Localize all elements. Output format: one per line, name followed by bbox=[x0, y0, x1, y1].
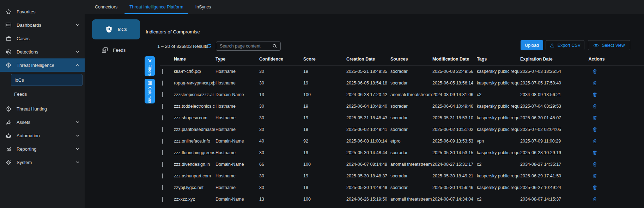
table-row[interactable]: zzz.onlineface.info Domain-Name 40 92 20… bbox=[160, 135, 644, 147]
table-row[interactable]: zzz.plantbasedmaste Hostname 30 19 2025-… bbox=[160, 124, 644, 135]
cell-creation-date: 2024-06-28 17:20:42 bbox=[346, 92, 390, 97]
row-checkbox[interactable] bbox=[162, 162, 163, 167]
row-checkbox[interactable] bbox=[162, 150, 163, 155]
sidebar-item-assets[interactable]: Assets bbox=[0, 115, 85, 129]
cell-sources: socradar bbox=[390, 127, 432, 132]
tab-insyncs[interactable]: InSyncs bbox=[189, 0, 217, 14]
cell-modification-date: 2025-06-05 18:56:14 bbox=[432, 81, 477, 86]
cell-expiration-date: 2025-07-03 18:26:54 bbox=[520, 69, 569, 74]
cell-modification-date: 2024-08-07 14:34:04 bbox=[432, 197, 477, 202]
filters-button[interactable]: Filters bbox=[145, 56, 155, 76]
row-checkbox[interactable] bbox=[162, 139, 163, 144]
delete-icon[interactable] bbox=[592, 115, 598, 121]
cell-tags: kaspersky public requ bbox=[477, 104, 520, 109]
sidebar-item-iocs[interactable]: IoCs bbox=[11, 74, 83, 86]
cell-score: 100 bbox=[303, 162, 346, 167]
row-checkbox[interactable] bbox=[162, 115, 163, 120]
subnav-iocs-button[interactable]: IoCs bbox=[92, 19, 140, 39]
delete-icon[interactable] bbox=[592, 196, 598, 202]
row-checkbox[interactable] bbox=[162, 174, 163, 178]
sidebar-item-feeds[interactable]: Feeds bbox=[11, 89, 83, 99]
sidebar-item-favorites[interactable]: Favorites bbox=[0, 5, 85, 18]
cell-score: 92 bbox=[303, 139, 346, 144]
column-header-modification-date: Modification Date bbox=[432, 57, 477, 62]
sidebar-item-threat-intelligence[interactable]: Threat Intelligence bbox=[0, 58, 85, 72]
delete-icon[interactable] bbox=[592, 184, 598, 191]
delete-icon[interactable] bbox=[592, 161, 598, 168]
cell-sources: socradar bbox=[390, 81, 432, 86]
chevron-down-icon bbox=[75, 23, 80, 27]
row-checkbox[interactable] bbox=[162, 127, 163, 132]
delete-icon[interactable] bbox=[592, 138, 598, 144]
table-row[interactable]: zzz.flourishinggreens Hostname 30 19 202… bbox=[160, 147, 644, 158]
cell-score: 19 bbox=[303, 115, 346, 120]
briefcase-icon bbox=[5, 35, 12, 42]
delete-icon[interactable] bbox=[592, 80, 598, 86]
cell-tags: kaspersky public requ bbox=[477, 81, 520, 86]
export-csv-button[interactable]: Export CSV bbox=[546, 40, 584, 50]
cell-sources: socradar bbox=[390, 104, 432, 109]
page-title: Indicators of Compromise bbox=[146, 29, 200, 34]
tab-threat-intelligence-platform[interactable]: Threat Intelligence Platform bbox=[123, 0, 189, 14]
row-checkbox[interactable] bbox=[162, 185, 163, 190]
sidebar-item-cases[interactable]: Cases bbox=[0, 32, 85, 45]
sidebar-item-detections[interactable]: Detections bbox=[0, 45, 85, 58]
network-icon bbox=[5, 119, 12, 126]
cell-confidence: 30 bbox=[259, 115, 303, 120]
row-checkbox[interactable] bbox=[162, 197, 163, 202]
cell-tags: c2 bbox=[477, 92, 520, 97]
cell-confidence: 30 bbox=[259, 185, 303, 190]
table-row[interactable]: zzz.ashunpart.com Hostname 30 19 2025-05… bbox=[160, 170, 644, 182]
table-row[interactable]: zzxxzz.xyz Domain-Name 13 100 2024-06-26… bbox=[160, 193, 644, 205]
columns-button[interactable]: Columns bbox=[145, 79, 155, 103]
select-view-button[interactable]: Select View bbox=[588, 40, 630, 50]
search-input[interactable] bbox=[219, 43, 270, 49]
sidebar-item-reporting[interactable]: Reporting bbox=[0, 142, 85, 156]
delete-icon[interactable] bbox=[592, 92, 598, 98]
sidebar-item-system[interactable]: System bbox=[0, 156, 85, 169]
chart-icon bbox=[5, 145, 12, 152]
delete-icon[interactable] bbox=[592, 173, 598, 179]
table-row[interactable]: zzz.divendesign.in Domain-Name 66 100 20… bbox=[160, 158, 644, 170]
table-row[interactable]: zzz.toddelectronics.c Hostname 30 19 202… bbox=[160, 100, 644, 112]
column-header-tags: Tags bbox=[477, 57, 520, 62]
table-row[interactable]: город-мичуринск.рф Hostname 30 19 2025-0… bbox=[160, 77, 644, 89]
chevron-down-icon bbox=[75, 147, 80, 151]
delete-icon[interactable] bbox=[592, 126, 598, 133]
delete-icon[interactable] bbox=[592, 103, 598, 109]
sidebar-item-threat-hunting[interactable]: Threat Hunting bbox=[0, 102, 85, 115]
table-row[interactable]: zzypjl.lygcc.net Hostname 30 19 2025-05-… bbox=[160, 182, 644, 193]
sidebar-item-label: Cases bbox=[17, 36, 30, 41]
subnav-feeds-button[interactable]: Feeds bbox=[102, 46, 126, 54]
delete-icon[interactable] bbox=[592, 150, 598, 156]
row-checkbox[interactable] bbox=[162, 92, 163, 97]
chevron-down-icon bbox=[75, 160, 80, 164]
cell-name: zzz.ashunpart.com bbox=[174, 174, 215, 178]
row-checkbox[interactable] bbox=[162, 81, 163, 86]
refresh-icon[interactable] bbox=[206, 43, 212, 49]
cell-name: zzypjl.lygcc.net bbox=[174, 185, 215, 190]
columns-label: Columns bbox=[148, 87, 152, 103]
sidebar-item-label: Automation bbox=[17, 133, 40, 138]
delete-icon[interactable] bbox=[592, 68, 598, 75]
search-icon[interactable] bbox=[272, 44, 278, 49]
sidebar-item-dashboards[interactable]: Dashboards bbox=[0, 18, 85, 32]
cell-expiration-date: 2034-08-27 14:35:17 bbox=[520, 162, 569, 167]
table-body: квант-спб.рф Hostname 30 19 2025-05-21 1… bbox=[160, 65, 644, 205]
cell-score: 19 bbox=[303, 104, 346, 109]
table-row[interactable]: zzzsleepisnicezzz.ar Domain-Name 13 100 … bbox=[160, 89, 644, 100]
cell-expiration-date: 2025-06-27 10:49:24 bbox=[520, 185, 569, 190]
table-row[interactable]: zzz.shopesv.com Hostname 30 19 2025-05-3… bbox=[160, 112, 644, 124]
table-row[interactable]: квант-спб.рф Hostname 30 19 2025-05-21 1… bbox=[160, 65, 644, 77]
cell-modification-date: 2024-08-09 14:31:06 bbox=[432, 92, 477, 97]
sidebar-item-automation[interactable]: Automation bbox=[0, 129, 85, 142]
cell-name: zzz.flourishinggreens bbox=[174, 150, 215, 155]
cell-type: Domain-Name bbox=[215, 92, 259, 97]
subnav-feeds-label: Feeds bbox=[113, 48, 126, 53]
row-checkbox[interactable] bbox=[162, 104, 163, 109]
tab-connectors[interactable]: Connectors bbox=[89, 0, 123, 14]
cell-expiration-date: 2025-06-28 10:29:19 bbox=[520, 150, 569, 155]
cell-score: 19 bbox=[303, 185, 346, 190]
upload-button[interactable]: Upload bbox=[521, 40, 543, 50]
row-checkbox[interactable] bbox=[162, 69, 163, 74]
